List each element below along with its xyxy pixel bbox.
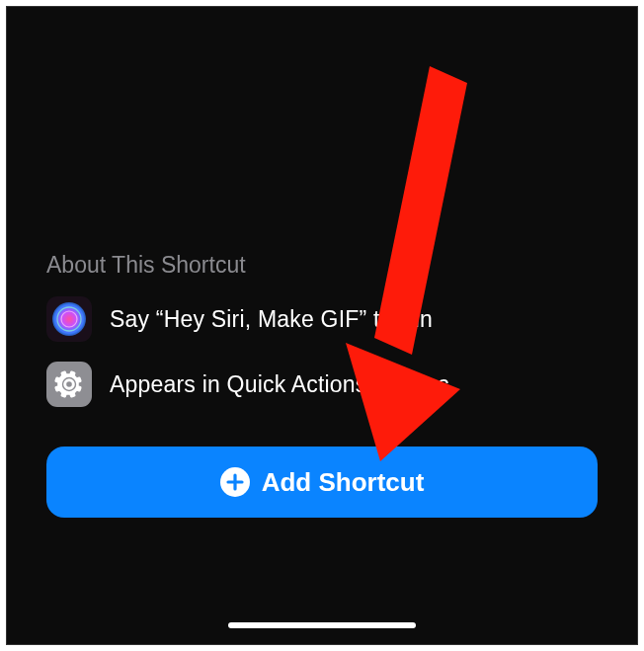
gear-icon: [46, 362, 92, 407]
plus-icon: [220, 467, 250, 497]
about-section: About This Shortcut: [46, 252, 598, 427]
home-indicator[interactable]: [228, 622, 416, 628]
quickactions-row: Appears in Quick Actions on Mac: [46, 362, 598, 407]
siri-row-text: Say “Hey Siri, Make GIF” to run: [110, 306, 433, 333]
add-shortcut-label: Add Shortcut: [262, 467, 425, 498]
shortcut-detail-screen: About This Shortcut: [6, 6, 638, 645]
quickactions-row-text: Appears in Quick Actions on Mac: [110, 371, 449, 398]
add-shortcut-button[interactable]: Add Shortcut: [46, 447, 598, 518]
siri-icon: [46, 296, 92, 342]
siri-row: Say “Hey Siri, Make GIF” to run: [46, 296, 598, 342]
section-title: About This Shortcut: [46, 252, 598, 279]
